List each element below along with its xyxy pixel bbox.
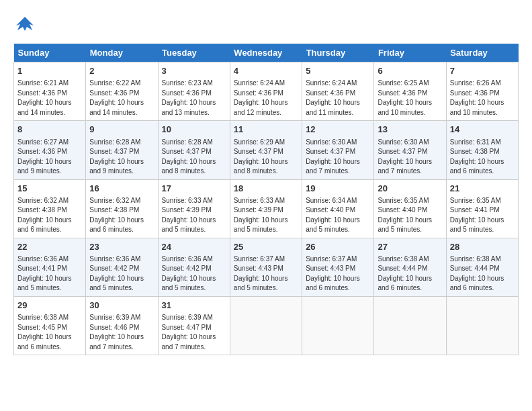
calendar-cell: 14Sunrise: 6:31 AM Sunset: 4:38 PM Dayli… [446, 121, 518, 179]
calendar-cell: 13Sunrise: 6:30 AM Sunset: 4:37 PM Dayli… [374, 121, 446, 179]
calendar-cell: 4Sunrise: 6:24 AM Sunset: 4:36 PM Daylig… [230, 62, 302, 121]
calendar-cell: 11Sunrise: 6:29 AM Sunset: 4:37 PM Dayli… [230, 121, 302, 179]
logo [13, 13, 35, 37]
calendar-cell: 1Sunrise: 6:21 AM Sunset: 4:36 PM Daylig… [14, 62, 86, 121]
day-number: 19 [306, 183, 370, 195]
calendar-cell: 26Sunrise: 6:37 AM Sunset: 4:43 PM Dayli… [302, 238, 374, 296]
calendar-table: SundayMondayTuesdayWednesdayThursdayFrid… [13, 44, 519, 355]
day-number: 17 [162, 183, 226, 195]
calendar-week-2: 8Sunrise: 6:27 AM Sunset: 4:36 PM Daylig… [14, 121, 519, 179]
cell-info: Sunrise: 6:36 AM Sunset: 4:42 PM Dayligh… [89, 255, 154, 293]
day-number: 12 [306, 124, 370, 136]
cell-info: Sunrise: 6:30 AM Sunset: 4:37 PM Dayligh… [306, 138, 370, 177]
day-number: 27 [378, 241, 442, 253]
calendar-cell: 8Sunrise: 6:27 AM Sunset: 4:36 PM Daylig… [14, 121, 86, 179]
calendar-cell: 15Sunrise: 6:32 AM Sunset: 4:38 PM Dayli… [14, 179, 86, 238]
day-number: 2 [89, 65, 154, 77]
calendar-cell: 29Sunrise: 6:38 AM Sunset: 4:45 PM Dayli… [14, 296, 86, 355]
cell-info: Sunrise: 6:33 AM Sunset: 4:39 PM Dayligh… [234, 196, 298, 235]
calendar-cell: 5Sunrise: 6:24 AM Sunset: 4:36 PM Daylig… [302, 62, 374, 121]
cell-info: Sunrise: 6:31 AM Sunset: 4:38 PM Dayligh… [450, 138, 515, 177]
day-number: 30 [89, 300, 154, 312]
day-number: 7 [450, 65, 515, 77]
cell-info: Sunrise: 6:28 AM Sunset: 4:37 PM Dayligh… [89, 138, 154, 177]
day-number: 5 [306, 65, 370, 77]
day-number: 6 [378, 65, 442, 77]
logo-text [13, 13, 35, 37]
cell-info: Sunrise: 6:24 AM Sunset: 4:36 PM Dayligh… [306, 79, 370, 118]
calendar-cell [374, 296, 446, 355]
cell-info: Sunrise: 6:27 AM Sunset: 4:36 PM Dayligh… [17, 138, 82, 177]
day-number: 9 [89, 124, 154, 136]
svg-marker-0 [16, 17, 34, 31]
day-number: 20 [378, 183, 442, 195]
calendar-cell: 9Sunrise: 6:28 AM Sunset: 4:37 PM Daylig… [86, 121, 158, 179]
calendar-cell: 6Sunrise: 6:25 AM Sunset: 4:36 PM Daylig… [374, 62, 446, 121]
calendar-week-3: 15Sunrise: 6:32 AM Sunset: 4:38 PM Dayli… [14, 179, 519, 238]
cell-info: Sunrise: 6:36 AM Sunset: 4:41 PM Dayligh… [17, 255, 82, 293]
cell-info: Sunrise: 6:32 AM Sunset: 4:38 PM Dayligh… [89, 196, 154, 235]
day-number: 24 [162, 241, 226, 253]
day-number: 29 [17, 300, 82, 312]
calendar-cell: 22Sunrise: 6:36 AM Sunset: 4:41 PM Dayli… [14, 238, 86, 296]
calendar-cell: 3Sunrise: 6:23 AM Sunset: 4:36 PM Daylig… [158, 62, 230, 121]
cell-info: Sunrise: 6:21 AM Sunset: 4:36 PM Dayligh… [17, 79, 82, 118]
cell-info: Sunrise: 6:37 AM Sunset: 4:43 PM Dayligh… [234, 255, 298, 293]
day-number: 18 [234, 183, 298, 195]
calendar-cell: 16Sunrise: 6:32 AM Sunset: 4:38 PM Dayli… [86, 179, 158, 238]
calendar-cell: 12Sunrise: 6:30 AM Sunset: 4:37 PM Dayli… [302, 121, 374, 179]
day-number: 21 [450, 183, 515, 195]
cell-info: Sunrise: 6:38 AM Sunset: 4:45 PM Dayligh… [17, 313, 82, 352]
calendar-cell [230, 296, 302, 355]
cell-info: Sunrise: 6:38 AM Sunset: 4:44 PM Dayligh… [378, 255, 442, 293]
cell-info: Sunrise: 6:24 AM Sunset: 4:36 PM Dayligh… [234, 79, 298, 118]
calendar-week-1: 1Sunrise: 6:21 AM Sunset: 4:36 PM Daylig… [14, 62, 519, 121]
day-number: 10 [162, 124, 226, 136]
header-friday: Friday [374, 44, 446, 62]
day-number: 15 [17, 183, 82, 195]
cell-info: Sunrise: 6:32 AM Sunset: 4:38 PM Dayligh… [17, 196, 82, 235]
calendar-cell: 18Sunrise: 6:33 AM Sunset: 4:39 PM Dayli… [230, 179, 302, 238]
calendar-week-4: 22Sunrise: 6:36 AM Sunset: 4:41 PM Dayli… [14, 238, 519, 296]
calendar-cell: 20Sunrise: 6:35 AM Sunset: 4:40 PM Dayli… [374, 179, 446, 238]
header-tuesday: Tuesday [158, 44, 230, 62]
page-header [13, 13, 519, 37]
header-wednesday: Wednesday [230, 44, 302, 62]
cell-info: Sunrise: 6:26 AM Sunset: 4:36 PM Dayligh… [450, 79, 515, 118]
cell-info: Sunrise: 6:23 AM Sunset: 4:36 PM Dayligh… [162, 79, 226, 118]
cell-info: Sunrise: 6:37 AM Sunset: 4:43 PM Dayligh… [306, 255, 370, 293]
day-number: 31 [162, 300, 226, 312]
cell-info: Sunrise: 6:33 AM Sunset: 4:39 PM Dayligh… [162, 196, 226, 235]
calendar-cell: 27Sunrise: 6:38 AM Sunset: 4:44 PM Dayli… [374, 238, 446, 296]
cell-info: Sunrise: 6:28 AM Sunset: 4:37 PM Dayligh… [162, 138, 226, 177]
cell-info: Sunrise: 6:39 AM Sunset: 4:46 PM Dayligh… [89, 313, 154, 352]
calendar-cell: 2Sunrise: 6:22 AM Sunset: 4:36 PM Daylig… [86, 62, 158, 121]
day-number: 4 [234, 65, 298, 77]
cell-info: Sunrise: 6:35 AM Sunset: 4:40 PM Dayligh… [378, 196, 442, 235]
calendar-body: 1Sunrise: 6:21 AM Sunset: 4:36 PM Daylig… [14, 62, 519, 355]
day-number: 25 [234, 241, 298, 253]
calendar-cell: 19Sunrise: 6:34 AM Sunset: 4:40 PM Dayli… [302, 179, 374, 238]
header-sunday: Sunday [14, 44, 86, 62]
calendar-cell: 7Sunrise: 6:26 AM Sunset: 4:36 PM Daylig… [446, 62, 518, 121]
cell-info: Sunrise: 6:35 AM Sunset: 4:41 PM Dayligh… [450, 196, 515, 235]
day-number: 1 [17, 65, 82, 77]
calendar-cell [302, 296, 374, 355]
calendar-cell: 30Sunrise: 6:39 AM Sunset: 4:46 PM Dayli… [86, 296, 158, 355]
calendar-cell: 24Sunrise: 6:36 AM Sunset: 4:42 PM Dayli… [158, 238, 230, 296]
day-number: 22 [17, 241, 82, 253]
calendar-week-5: 29Sunrise: 6:38 AM Sunset: 4:45 PM Dayli… [14, 296, 519, 355]
calendar-cell: 17Sunrise: 6:33 AM Sunset: 4:39 PM Dayli… [158, 179, 230, 238]
calendar-cell: 21Sunrise: 6:35 AM Sunset: 4:41 PM Dayli… [446, 179, 518, 238]
calendar-cell: 31Sunrise: 6:39 AM Sunset: 4:47 PM Dayli… [158, 296, 230, 355]
day-number: 23 [89, 241, 154, 253]
cell-info: Sunrise: 6:22 AM Sunset: 4:36 PM Dayligh… [89, 79, 154, 118]
calendar-cell: 10Sunrise: 6:28 AM Sunset: 4:37 PM Dayli… [158, 121, 230, 179]
calendar-header-row: SundayMondayTuesdayWednesdayThursdayFrid… [14, 44, 519, 62]
day-number: 26 [306, 241, 370, 253]
cell-info: Sunrise: 6:34 AM Sunset: 4:40 PM Dayligh… [306, 196, 370, 235]
calendar-cell [446, 296, 518, 355]
cell-info: Sunrise: 6:38 AM Sunset: 4:44 PM Dayligh… [450, 255, 515, 293]
day-number: 14 [450, 124, 515, 136]
cell-info: Sunrise: 6:36 AM Sunset: 4:42 PM Dayligh… [162, 255, 226, 293]
